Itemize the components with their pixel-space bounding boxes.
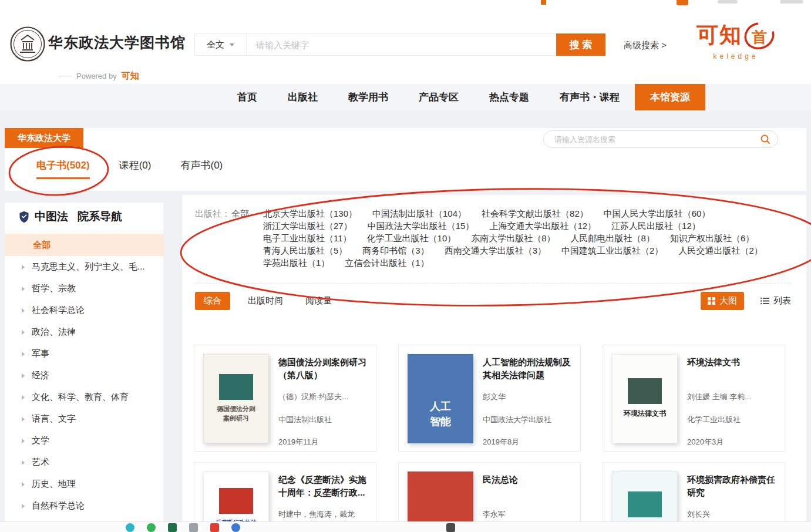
publisher-filter-option[interactable]: 学苑出版社（1） — [263, 257, 329, 269]
sidebar-category[interactable]: 艺术 — [5, 452, 163, 473]
chevron-right-icon — [22, 373, 25, 378]
sidebar-category[interactable]: 文化、科学、教育、体育 — [5, 386, 163, 408]
publisher-filter-option[interactable]: 中国建筑工业出版社（2） — [561, 244, 663, 257]
powered-by-brand-link[interactable]: 可知 — [122, 70, 139, 82]
publisher-filter-option[interactable]: 立信会计出版社（1） — [345, 257, 429, 269]
sidebar-category[interactable]: 马克思主义、列宁主义、毛... — [5, 256, 163, 278]
sidebar-category-label: 自然科学总论 — [32, 500, 85, 511]
book-cover-art — [628, 378, 662, 404]
nav-item[interactable]: 教学用书 — [333, 84, 403, 110]
chevron-right-icon — [22, 330, 25, 335]
sidebar-category[interactable]: 军事 — [5, 343, 163, 365]
publisher-filter-option[interactable]: 电子工业出版社（11） — [263, 232, 352, 244]
nav-item[interactable]: 热点专题 — [474, 84, 544, 110]
sidebar-category-label: 政治、法律 — [32, 326, 76, 338]
book-title[interactable]: 环境损害政府补偿责任研究 — [687, 473, 776, 499]
sidebar-category[interactable]: 语言、文字 — [5, 408, 163, 430]
nav-item[interactable]: 首页 — [222, 84, 272, 110]
sidebar-category-label: 文化、科学、教育、体育 — [32, 392, 129, 403]
sidebar-category[interactable]: 经济 — [5, 365, 163, 386]
publisher-filter-option[interactable]: 西南交通大学出版社（3） — [445, 244, 546, 257]
taskbar-app-icon[interactable] — [446, 523, 455, 532]
publisher-filter-option[interactable]: 浙江大学出版社（27） — [263, 220, 352, 232]
sidebar-category[interactable]: 社会科学总论 — [5, 299, 163, 321]
sidebar-category[interactable]: 全部 — [5, 234, 163, 256]
university-emblem-icon — [9, 26, 46, 62]
taskbar-app-icon[interactable] — [147, 523, 156, 532]
publisher-filter-option[interactable]: 东南大学出版社（8） — [471, 232, 555, 244]
sidebar-category[interactable]: 哲学、宗教 — [5, 278, 163, 299]
publisher-filter-option[interactable]: 人民交通出版社（2） — [678, 244, 762, 257]
publisher-filter-option[interactable]: 化学工业出版社（10） — [367, 232, 456, 244]
sort-option[interactable]: 阅读量 — [305, 295, 332, 307]
publisher-filter-option[interactable]: 知识产权出版社（6） — [670, 232, 754, 244]
sidebar-category[interactable]: 自然科学总论 — [5, 495, 163, 517]
sidebar-header: 中图法 院系导航 — [5, 203, 163, 231]
taskbar-app-icon[interactable] — [168, 523, 177, 532]
publisher-filter-option[interactable]: 中国政法大学出版社（15） — [368, 220, 475, 232]
book-card[interactable]: 民法总论 民法总论 李永军 — [398, 462, 581, 521]
university-library-logo[interactable] — [9, 26, 46, 62]
publisher-filter-option[interactable]: 江苏人民出版社（12） — [611, 220, 701, 232]
search-scope-dropdown[interactable]: 全文 — [195, 34, 247, 55]
resource-search-input[interactable] — [553, 134, 760, 144]
keledge-logo[interactable]: 可知 首 keledge — [692, 20, 780, 60]
keledge-logo-mark: 首 — [743, 20, 775, 52]
publisher-filter-option[interactable]: 北京大学出版社（130） — [263, 207, 357, 220]
book-author: 时建中，焦海涛，戴龙 — [278, 509, 367, 520]
book-title[interactable]: 环境法律文书 — [687, 356, 776, 369]
chevron-right-icon — [22, 460, 25, 465]
nav-item[interactable]: 产品专区 — [403, 84, 474, 110]
keledge-logo-character: 首 — [752, 27, 767, 48]
search-icon[interactable] — [760, 134, 770, 144]
sidebar-category[interactable]: 文学 — [5, 430, 163, 452]
resource-type-tab[interactable]: 电子书(502) — [36, 159, 90, 179]
book-title[interactable]: 民法总论 — [483, 473, 571, 486]
book-info: 民法总论 李永军 — [483, 472, 571, 521]
book-title[interactable]: 纪念《反垄断法》实施十周年：反垄断行政... — [278, 473, 367, 499]
taskbar-app-icon[interactable] — [189, 523, 198, 532]
publisher-filter-option[interactable]: 中国人民大学出版社（60） — [604, 207, 711, 220]
search-scope-value: 全文 — [207, 39, 224, 50]
book-author: 李永军 — [483, 509, 571, 520]
nav-item[interactable]: 本馆资源 — [635, 84, 705, 110]
publisher-filter-option[interactable]: 商务印书馆（3） — [362, 244, 429, 257]
view-large-button[interactable]: 大图 — [701, 292, 744, 310]
search-input[interactable] — [247, 34, 556, 55]
book-title[interactable]: 德国债法分则案例研习（第八版） — [278, 356, 367, 382]
publisher-filter-option[interactable]: 中国法制出版社（104） — [372, 207, 466, 220]
keledge-logo-subtext: keledge — [692, 52, 780, 60]
sidebar-category[interactable]: 历史、地理 — [5, 473, 163, 495]
book-card[interactable]: 人工 智能 人工智能的刑法规制及其相关法律问题 彭文华 中国政法大学出版社 20… — [398, 345, 581, 452]
book-card[interactable]: 环境法律文书 环境法律文书 刘佳嫒 主编 李莉... 化学工业出版社 2020年… — [603, 345, 785, 452]
taskbar-app-icon[interactable] — [210, 523, 219, 532]
publisher-filter-option[interactable]: 上海交通大学出版社（12） — [489, 220, 596, 232]
book-author: 彭文华 — [483, 392, 571, 402]
library-name[interactable]: 华东政法大学图书馆 — [48, 33, 186, 52]
sidebar-tab-clc[interactable]: 中图法 — [35, 209, 68, 224]
view-list-button[interactable]: 列表 — [760, 295, 791, 307]
nav-item[interactable]: 有声书・课程 — [544, 84, 635, 110]
nav-item[interactable]: 出版社 — [272, 84, 333, 110]
book-title[interactable]: 人工智能的刑法规制及其相关法律问题 — [483, 356, 571, 382]
sidebar-category[interactable]: 政治、法律 — [5, 321, 163, 343]
publisher-filter-option[interactable]: 社会科学文献出版社（82） — [482, 207, 588, 220]
advanced-search-link[interactable]: 高级搜索 > — [624, 40, 667, 51]
search-button[interactable]: 搜 索 — [556, 33, 605, 56]
publisher-filter-all[interactable]: 全部 — [231, 207, 249, 220]
resource-type-tab[interactable]: 课程(0) — [119, 159, 152, 179]
taskbar-app-icon[interactable] — [126, 523, 134, 532]
publisher-filter-option[interactable]: 青海人民出版社（5） — [263, 244, 347, 257]
sort-option[interactable]: 综合 — [195, 292, 230, 310]
sort-option[interactable]: 出版时间 — [248, 295, 283, 307]
publisher-filter-option[interactable]: 人民邮电出版社（8） — [571, 232, 655, 244]
book-card[interactable]: 环境损害 政府补偿责任研究 环境损害政府补偿责任研究 刘长兴 — [603, 462, 785, 521]
resource-type-tab[interactable]: 有声书(0) — [180, 159, 223, 179]
book-card[interactable]: 反垄断行政执法 典型案件分析与解读 （2008-2018） 纪念《反垄断法》实施… — [194, 462, 376, 521]
sidebar-category-label: 社会科学总论 — [32, 305, 85, 316]
organization-tab[interactable]: 华东政法大学 — [5, 128, 83, 148]
taskbar-app-icon[interactable] — [231, 523, 240, 532]
sidebar-category[interactable]: 数理科学和化学 — [5, 517, 163, 521]
sidebar-tab-departments[interactable]: 院系导航 — [78, 209, 122, 224]
book-card[interactable]: 德国债法分则 案例研习 德国债法分则案例研习（第八版） （德）汉斯·约瑟夫...… — [194, 345, 376, 452]
